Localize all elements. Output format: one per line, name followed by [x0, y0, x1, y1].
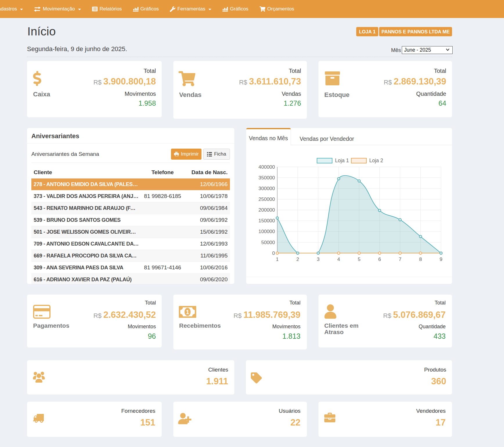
svg-text:400000: 400000 — [258, 164, 275, 170]
svg-text:Loja 2: Loja 2 — [369, 158, 383, 163]
svg-text:150000: 150000 — [258, 218, 275, 224]
svg-text:7: 7 — [399, 257, 401, 262]
svg-text:1: 1 — [186, 309, 189, 315]
svg-text:6: 6 — [378, 257, 381, 262]
svg-text:4: 4 — [337, 257, 340, 262]
svg-text:350000: 350000 — [258, 175, 275, 181]
svg-text:300000: 300000 — [258, 186, 275, 191]
svg-text:250000: 250000 — [258, 197, 275, 202]
svg-text:0: 0 — [272, 250, 275, 256]
svg-text:100000: 100000 — [258, 229, 275, 234]
svg-text:8: 8 — [419, 257, 422, 262]
svg-text:5: 5 — [358, 257, 360, 262]
svg-text:Loja 1: Loja 1 — [335, 158, 349, 163]
svg-text:3: 3 — [317, 257, 319, 262]
svg-text:50000: 50000 — [261, 240, 275, 245]
svg-text:9: 9 — [440, 257, 442, 262]
svg-text:200000: 200000 — [258, 207, 275, 213]
svg-text:2: 2 — [296, 257, 299, 262]
svg-text:1: 1 — [276, 257, 278, 262]
